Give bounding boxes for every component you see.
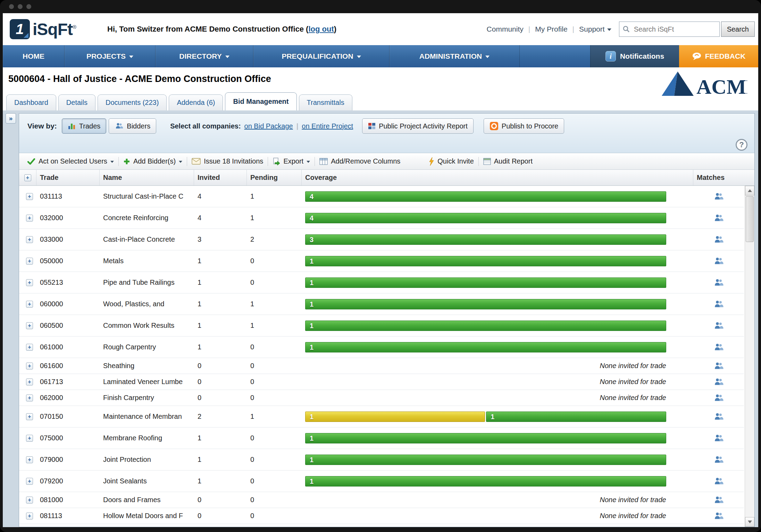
matches-cell[interactable]: [693, 322, 744, 330]
tab-transmittals[interactable]: Transmittals: [299, 94, 352, 110]
tab-dashboard[interactable]: Dashboard: [6, 94, 56, 110]
expand-row-icon[interactable]: +: [26, 394, 33, 401]
matches-cell[interactable]: [693, 362, 744, 370]
matches-cell[interactable]: [693, 394, 744, 402]
support-menu[interactable]: Support: [579, 25, 611, 33]
table-row[interactable]: + 050000 Metals 1 0 1: [19, 250, 744, 272]
table-row[interactable]: + 060000 Wood, Plastics, and 1 1 1: [19, 293, 744, 315]
nav-item-projects[interactable]: PROJECTS: [65, 45, 156, 67]
table-row[interactable]: + 070150 Maintenance of Membran 2 1 11: [19, 406, 744, 427]
expand-all-icon[interactable]: +: [24, 174, 31, 181]
matches-cell[interactable]: [693, 300, 744, 308]
export-button[interactable]: Export: [268, 157, 315, 165]
matches-cell[interactable]: [693, 496, 744, 504]
collapse-sidebar-button[interactable]: »: [6, 113, 16, 124]
act-on-selected-users-button[interactable]: Act on Selected Users: [23, 157, 118, 165]
nav-item-home[interactable]: HOME: [3, 45, 65, 67]
expand-row-icon[interactable]: +: [26, 215, 33, 222]
issue-invitations-button[interactable]: Issue 18 Invitations: [187, 157, 268, 165]
expand-row-icon[interactable]: +: [26, 322, 33, 329]
expand-row-icon[interactable]: +: [26, 236, 33, 243]
tab-bid-management[interactable]: Bid Management: [225, 92, 296, 110]
table-row[interactable]: + 079000 Joint Protection 1 0 1: [19, 449, 744, 471]
isqft-logo[interactable]: 1 iSqFt®: [10, 19, 76, 39]
column-header-name[interactable]: Name: [100, 170, 194, 185]
tab-addenda[interactable]: Addenda (6): [169, 94, 223, 110]
matches-cell[interactable]: [693, 434, 744, 442]
on-bid-package-link[interactable]: on Bid Package: [244, 122, 293, 130]
table-row[interactable]: + 075000 Membrane Roofing 1 0 1: [19, 427, 744, 449]
community-link[interactable]: Community: [487, 25, 524, 33]
table-row[interactable]: + 079200 Joint Sealants 1 0 1: [19, 471, 744, 492]
search-input[interactable]: [619, 22, 720, 37]
matches-cell[interactable]: [693, 343, 744, 351]
matches-cell[interactable]: [693, 378, 744, 386]
table-row[interactable]: + 033000 Cast-in-Place Concrete 3 2 3: [19, 229, 744, 250]
scrollbar-track[interactable]: [745, 196, 754, 517]
matches-cell[interactable]: [693, 413, 744, 421]
expand-row-icon[interactable]: +: [26, 363, 33, 369]
table-row[interactable]: + 081113 Hollow Metal Doors and F 0 0 No…: [19, 508, 744, 524]
matches-cell[interactable]: [693, 477, 744, 485]
expand-all-header[interactable]: +: [19, 170, 36, 185]
expand-row-icon[interactable]: +: [26, 301, 33, 308]
feedback-button[interactable]: FEEDBACK: [679, 45, 758, 67]
tab-details[interactable]: Details: [58, 94, 95, 110]
table-row[interactable]: + 055213 Pipe and Tube Railings 1 0 1: [19, 272, 744, 293]
table-row[interactable]: + 062000 Finish Carpentry 0 0 None invit…: [19, 390, 744, 406]
expand-row-icon[interactable]: +: [26, 258, 33, 265]
matches-cell[interactable]: [693, 214, 744, 222]
column-header-pending[interactable]: Pending: [247, 170, 302, 185]
window-close-button[interactable]: [9, 4, 14, 9]
expand-row-icon[interactable]: +: [26, 413, 33, 420]
column-header-invited[interactable]: Invited: [194, 170, 247, 185]
view-trades-button[interactable]: Trades: [62, 118, 107, 134]
matches-cell[interactable]: [693, 192, 744, 201]
window-zoom-button[interactable]: [26, 4, 31, 9]
matches-cell[interactable]: [693, 456, 744, 464]
add-bidders-button[interactable]: Add Bidder(s): [119, 157, 187, 165]
column-header-coverage[interactable]: Coverage: [302, 170, 693, 185]
window-minimize-button[interactable]: [18, 4, 23, 9]
notifications-button[interactable]: i Notifications: [590, 45, 679, 67]
logout-link[interactable]: log out: [308, 25, 334, 33]
nav-item-prequalification[interactable]: PREQUALIFICATION: [253, 45, 390, 67]
expand-row-icon[interactable]: +: [26, 279, 33, 286]
column-header-matches[interactable]: Matches: [693, 170, 754, 185]
table-row[interactable]: + 061713 Laminated Veneer Lumbe 0 0 None…: [19, 374, 744, 390]
quick-invite-button[interactable]: Quick Invite: [424, 157, 478, 166]
expand-row-icon[interactable]: +: [26, 513, 33, 519]
matches-cell[interactable]: [693, 512, 744, 520]
scroll-up-button[interactable]: [745, 186, 754, 196]
expand-row-icon[interactable]: +: [26, 379, 33, 385]
on-entire-project-link[interactable]: on Entire Project: [302, 122, 353, 130]
expand-row-icon[interactable]: +: [26, 497, 33, 504]
expand-row-icon[interactable]: +: [26, 193, 33, 200]
scrollbar-thumb[interactable]: [746, 196, 754, 242]
scroll-down-button[interactable]: [745, 517, 754, 527]
expand-row-icon[interactable]: +: [26, 478, 33, 485]
expand-row-icon[interactable]: +: [26, 456, 33, 463]
table-row[interactable]: + 031113 Structural Cast-in-Place C 4 1 …: [19, 186, 744, 207]
expand-row-icon[interactable]: +: [26, 435, 33, 442]
column-header-trade[interactable]: Trade: [36, 170, 100, 185]
nav-item-administration[interactable]: ADMINISTRATION: [390, 45, 520, 67]
publish-to-procore-button[interactable]: Publish to Procore: [484, 118, 564, 134]
view-bidders-button[interactable]: Bidders: [109, 118, 156, 134]
tab-documents[interactable]: Documents (223): [98, 94, 167, 110]
nav-item-directory[interactable]: DIRECTORY: [156, 45, 253, 67]
help-icon[interactable]: ?: [736, 139, 747, 151]
table-row[interactable]: + 081000 Doors and Frames 0 0 None invit…: [19, 492, 744, 508]
table-row[interactable]: + 060500 Common Work Results 1 1 1: [19, 315, 744, 336]
table-row[interactable]: + 032000 Concrete Reinforcing 4 1 4: [19, 207, 744, 229]
matches-cell[interactable]: [693, 279, 744, 287]
table-row[interactable]: + 061600 Sheathing 0 0 None invited for …: [19, 358, 744, 374]
table-row[interactable]: + 061000 Rough Carpentry 1 0 1: [19, 336, 744, 358]
vertical-scrollbar[interactable]: [745, 186, 754, 527]
matches-cell[interactable]: [693, 235, 744, 244]
my-profile-link[interactable]: My Profile: [535, 25, 567, 33]
public-project-activity-report-button[interactable]: Public Project Activity Report: [362, 118, 474, 134]
add-remove-columns-button[interactable]: Add/Remove Columns: [315, 157, 405, 165]
expand-row-icon[interactable]: +: [26, 344, 33, 351]
matches-cell[interactable]: [693, 257, 744, 265]
